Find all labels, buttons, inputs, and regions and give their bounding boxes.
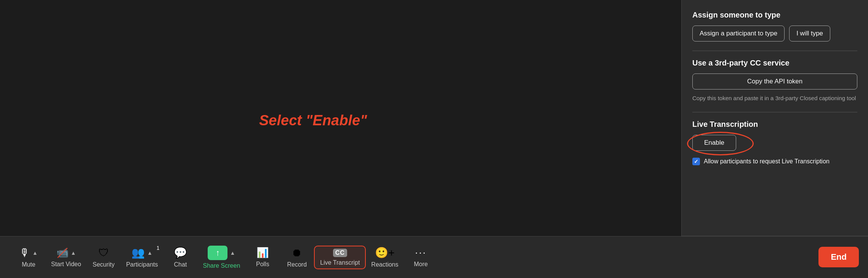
assign-someone-title: Assign someone to type xyxy=(692,11,857,19)
toolbar-item-start-video[interactable]: 📹 ▲ Start Video xyxy=(46,247,86,268)
mute-label: Mute xyxy=(22,261,35,268)
share-arrow-icon: ↑ xyxy=(216,248,220,258)
video-icon: 📹 xyxy=(56,247,69,259)
polls-icon: 📊 xyxy=(256,247,269,259)
start-video-label: Start Video xyxy=(51,261,81,268)
toolbar-item-mute[interactable]: 🎙 ▲ Mute xyxy=(11,246,46,268)
end-button[interactable]: End xyxy=(818,247,859,267)
chat-icon: 💬 xyxy=(174,246,187,259)
toolbar-item-security[interactable]: 🛡 Security xyxy=(86,246,121,268)
allow-participants-checkbox[interactable] xyxy=(692,158,700,165)
video-chevron-icon: ▲ xyxy=(71,250,76,256)
shield-icon: 🛡 xyxy=(98,246,109,259)
enable-button[interactable]: Enable xyxy=(692,135,736,151)
api-description-text: Copy this token and paste it in a 3rd-pa… xyxy=(692,94,857,103)
third-party-title: Use a 3rd-party CC service xyxy=(692,59,857,67)
share-chevron-icon: ▲ xyxy=(230,250,235,256)
reactions-icon: 🙂+ xyxy=(375,246,394,259)
toolbar: 🎙 ▲ Mute 📹 ▲ Start Video 🛡 Security 👥 1 … xyxy=(0,236,868,278)
assign-buttons-row: Assign a participant to type I will type xyxy=(692,26,857,42)
share-screen-label: Share Screen xyxy=(203,262,240,269)
section-divider-2 xyxy=(692,112,857,112)
toolbar-item-polls[interactable]: 📊 Polls xyxy=(245,247,280,268)
participants-icon: 👥 xyxy=(131,246,145,259)
polls-label: Polls xyxy=(256,261,269,268)
record-label: Record xyxy=(287,261,307,268)
toolbar-item-participants[interactable]: 👥 1 ▲ Participants xyxy=(121,246,163,268)
assign-participant-button[interactable]: Assign a participant to type xyxy=(692,26,785,42)
chat-label: Chat xyxy=(174,261,187,268)
mic-icon: 🎙 xyxy=(19,246,30,259)
record-icon: ⏺ xyxy=(291,246,302,259)
allow-participants-label: Allow participants to request Live Trans… xyxy=(704,158,830,165)
toolbar-item-record[interactable]: ⏺ Record xyxy=(280,246,314,268)
cc-icon: CC xyxy=(333,249,347,257)
live-transcript-label: Live Transcript xyxy=(320,259,360,266)
enable-button-container: Enable xyxy=(692,135,736,151)
copy-api-token-button[interactable]: Copy the API token xyxy=(692,73,857,89)
mute-chevron-icon: ▲ xyxy=(32,250,38,256)
more-label: More xyxy=(414,261,428,268)
reactions-label: Reactions xyxy=(371,261,398,268)
security-label: Security xyxy=(93,261,115,268)
allow-participants-row[interactable]: Allow participants to request Live Trans… xyxy=(692,158,857,165)
participants-label: Participants xyxy=(126,261,158,268)
toolbar-item-more[interactable]: ··· More xyxy=(404,247,438,268)
toolbar-item-reactions[interactable]: 🙂+ Reactions xyxy=(366,246,404,268)
share-screen-icon-bg: ↑ xyxy=(208,246,227,260)
more-dots-icon: ··· xyxy=(415,247,427,259)
section-divider-1 xyxy=(692,51,857,51)
toolbar-item-chat[interactable]: 💬 Chat xyxy=(163,246,197,268)
i-will-type-button[interactable]: I will type xyxy=(789,26,830,42)
live-transcription-panel: Assign someone to type Assign a particip… xyxy=(681,0,868,236)
select-enable-annotation: Select "Enable" xyxy=(259,112,367,129)
participants-badge: 1 xyxy=(157,245,160,251)
toolbar-item-live-transcript[interactable]: CC Live Transcript xyxy=(314,246,366,269)
participants-chevron-icon: ▲ xyxy=(147,250,152,256)
toolbar-item-share-screen[interactable]: ↑ ▲ Share Screen xyxy=(197,246,245,269)
live-transcription-title: Live Transcription xyxy=(692,120,857,129)
